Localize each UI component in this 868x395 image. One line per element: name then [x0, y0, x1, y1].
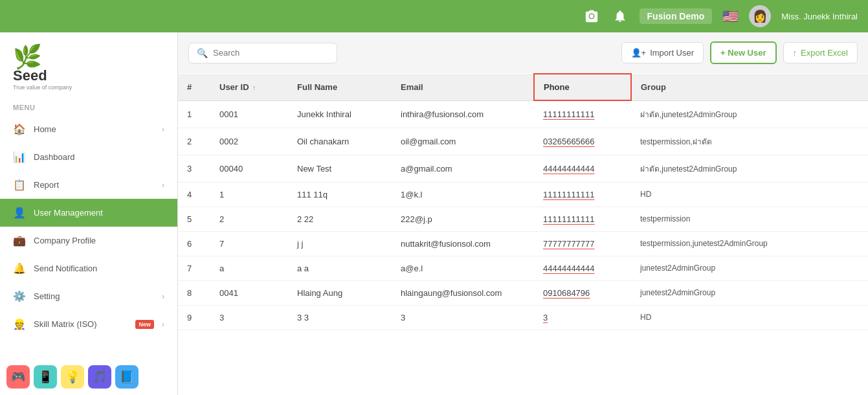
cell-email: nuttakrit@fusionsol.com [392, 231, 534, 256]
cell-group: junetest2AdminGroup [631, 280, 868, 305]
new-user-button[interactable]: + New User [710, 41, 776, 64]
import-label: Import User [650, 48, 694, 58]
cell-userid: 00040 [210, 155, 288, 182]
cell-phone: 44444444444 [534, 256, 631, 280]
sidebar-item-label: Setting [34, 291, 154, 301]
camera-icon[interactable] [583, 7, 601, 25]
main-content: 🔍 👤+ Import User + New User ↑ Export Exc… [178, 32, 868, 395]
cell-fullname: j j [288, 231, 392, 256]
search-input[interactable] [213, 48, 329, 58]
setting-icon: ⚙️ [13, 290, 26, 302]
company-name: Fusion Demo [640, 8, 713, 24]
cell-userid: 3 [210, 305, 288, 330]
top-header: Fusion Demo 🇺🇸 👩 Miss. Junekk Inthiral [0, 0, 868, 32]
cell-group: ฝาตัด,junetest2AdminGroup [631, 155, 868, 182]
cell-email: a@gmail.com [392, 155, 534, 182]
table-row[interactable]: 6 7 j j nuttakrit@fusionsol.com 77777777… [178, 231, 868, 256]
logo-leaf-icon: 🌿 [13, 45, 42, 69]
cell-num: 4 [178, 182, 210, 207]
export-label: Export Excel [801, 48, 848, 58]
logo-area: 🌿 Seed True value of company [0, 32, 177, 97]
promo-icon-3: 💡 [61, 365, 84, 389]
table-row[interactable]: 2 0002 Oil chanakarn oil@gmail.com 03265… [178, 128, 868, 155]
table-row[interactable]: 7 a a a a@e.l 44444444444 junetest2Admin… [178, 256, 868, 280]
sidebar-item-skill-matrix[interactable]: 👷 Skill Matrix (ISO) New › [0, 310, 177, 338]
sidebar-item-label: Report [34, 180, 154, 190]
cell-phone: 11111111111 [534, 207, 631, 231]
home-icon: 🏠 [13, 123, 26, 135]
sidebar-item-setting[interactable]: ⚙️ Setting › [0, 282, 177, 310]
cell-email: 222@j.p [392, 207, 534, 231]
sidebar-item-label: User Management [34, 208, 164, 218]
cell-phone: 77777777777 [534, 231, 631, 256]
export-excel-button[interactable]: ↑ Export Excel [783, 42, 858, 63]
cell-userid: 1 [210, 182, 288, 207]
sidebar-item-label: Send Notification [34, 264, 164, 273]
sidebar-item-send-notification[interactable]: 🔔 Send Notification [0, 254, 177, 282]
sidebar-item-report[interactable]: 📋 Report › [0, 171, 177, 199]
col-email: Email [392, 74, 534, 100]
promo-icon-5: 📘 [115, 365, 139, 389]
sidebar-item-dashboard[interactable]: 📊 Dashboard [0, 143, 177, 171]
user-table: # User ID ↑ Full Name Email Phone Group … [178, 73, 868, 330]
table-row[interactable]: 3 00040 New Test a@gmail.com 44444444444… [178, 155, 868, 182]
cell-phone: 11111111111 [534, 100, 631, 128]
table-row[interactable]: 8 0041 Hlaing Aung hlaingaung@fusionsol.… [178, 280, 868, 305]
cell-num: 7 [178, 256, 210, 280]
export-icon: ↑ [793, 48, 797, 58]
bell-icon[interactable] [611, 7, 629, 25]
cell-group: junetest2AdminGroup [631, 256, 868, 280]
cell-email: 1@k.l [392, 182, 534, 207]
search-box[interactable]: 🔍 [188, 43, 337, 63]
new-user-label: + New User [720, 48, 766, 58]
cell-fullname: New Test [288, 155, 392, 182]
cell-num: 9 [178, 305, 210, 330]
cell-group: HD [631, 182, 868, 207]
cell-phone: 11111111111 [534, 182, 631, 207]
sidebar-item-label: Home [34, 124, 154, 134]
avatar[interactable]: 👩 [749, 5, 771, 27]
promo-area: 🎮 📱 💡 🎵 📘 [0, 359, 177, 395]
col-group: Group [631, 74, 868, 100]
dashboard-icon: 📊 [13, 151, 26, 163]
table-row[interactable]: 5 2 2 22 222@j.p 11111111111 testpermiss… [178, 207, 868, 231]
table-row[interactable]: 1 0001 Junekk Inthiral inthira@fusionsol… [178, 100, 868, 128]
cell-fullname: Junekk Inthiral [288, 100, 392, 128]
cell-phone: 03265665666 [534, 128, 631, 155]
toolbar: 🔍 👤+ Import User + New User ↑ Export Exc… [178, 32, 868, 73]
col-userid[interactable]: User ID ↑ [210, 74, 288, 100]
username-display: Miss. Junekk Inthiral [781, 12, 858, 21]
cell-email: oil@gmail.com [392, 128, 534, 155]
table-header-row: # User ID ↑ Full Name Email Phone Group [178, 74, 868, 100]
table-row[interactable]: 9 3 3 3 3 3 HD [178, 305, 868, 330]
promo-icon-4: 🎵 [88, 365, 111, 389]
cell-email: inthira@fusionsol.com [392, 100, 534, 128]
cell-userid: 0002 [210, 128, 288, 155]
sidebar: 🌿 Seed True value of company MENU 🏠 Home… [0, 32, 178, 395]
cell-fullname: Hlaing Aung [288, 280, 392, 305]
sort-asc-icon: ↑ [252, 84, 256, 91]
table-row[interactable]: 4 1 111 11q 1@k.l 11111111111 HD [178, 182, 868, 207]
import-icon: 👤+ [631, 48, 647, 58]
sidebar-item-user-management[interactable]: 👤 User Management [0, 199, 177, 227]
flag-icon[interactable]: 🇺🇸 [722, 8, 739, 24]
import-user-button[interactable]: 👤+ Import User [621, 42, 704, 63]
cell-group: HD [631, 305, 868, 330]
sidebar-item-label: Skill Matrix (ISO) [34, 319, 128, 329]
skill-icon: 👷 [13, 318, 26, 330]
cell-num: 5 [178, 207, 210, 231]
cell-phone: 3 [534, 305, 631, 330]
cell-email: a@e.l [392, 256, 534, 280]
cell-email: 3 [392, 305, 534, 330]
new-badge: New [135, 320, 154, 329]
cell-num: 3 [178, 155, 210, 182]
main-layout: 🌿 Seed True value of company MENU 🏠 Home… [0, 32, 868, 395]
company-icon: 💼 [13, 234, 26, 247]
cell-group: testpermission,ฝาตัด [631, 128, 868, 155]
cell-group: testpermission,junetest2AdminGroup [631, 231, 868, 256]
sidebar-item-company-profile[interactable]: 💼 Company Profile [0, 227, 177, 254]
cell-userid: a [210, 256, 288, 280]
chevron-right-icon: › [162, 292, 164, 301]
promo-icon-1: 🎮 [6, 365, 30, 389]
sidebar-item-home[interactable]: 🏠 Home › [0, 115, 177, 143]
